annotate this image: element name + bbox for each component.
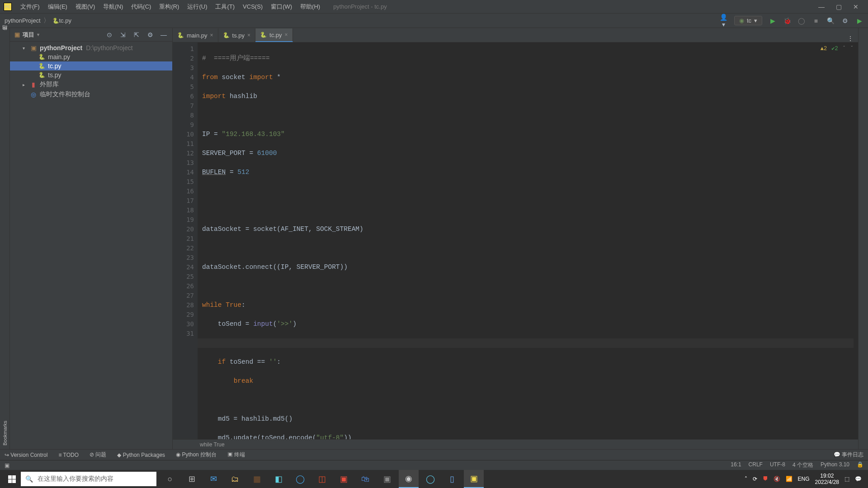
tray-ime-lang[interactable]: ENG (798, 476, 810, 482)
settings-button[interactable]: ⚙ (841, 17, 849, 24)
taskbar-cortana-icon[interactable]: ○ (160, 470, 180, 488)
add-user-icon[interactable]: 👤▾ (720, 14, 728, 28)
close-tab-icon[interactable]: × (210, 32, 213, 38)
panel-settings-icon[interactable]: ⚙ (146, 31, 154, 38)
start-button[interactable] (3, 470, 21, 488)
menu-view[interactable]: 视图(V) (71, 3, 99, 11)
status-encoding[interactable]: UTF-8 (770, 461, 785, 469)
taskbar-pycharm-icon[interactable]: ▣ (464, 470, 484, 488)
menu-vcs[interactable]: VCS(S) (239, 3, 267, 10)
tray-chevron-icon[interactable]: ˄ (745, 476, 747, 482)
python-file-icon: 🐍 (223, 32, 230, 38)
expand-chevron-icon[interactable]: ▾ (23, 46, 28, 51)
minimize-button[interactable]: — (817, 3, 826, 10)
taskbar-dev-icon[interactable]: ▣ (377, 470, 397, 488)
taskbar-steam-icon[interactable]: ◉ (399, 470, 419, 488)
taskbar-taskview-icon[interactable]: ⊞ (182, 470, 202, 488)
chevron-down-icon[interactable]: ▾ (37, 32, 39, 37)
tool-event-log[interactable]: 💬 事件日志 (834, 451, 863, 459)
tool-version-control[interactable]: ↪ Version Control (5, 452, 47, 458)
tab-ts[interactable]: 🐍 ts.py × (218, 28, 255, 42)
taskbar-office-icon[interactable]: ◫ (312, 470, 332, 488)
windows-logo-icon (8, 475, 16, 483)
editor-breadcrumb[interactable]: while True (173, 439, 858, 449)
status-interpreter[interactable]: Python 3.10 (821, 461, 849, 469)
tray-clock[interactable]: 19:02 2022/4/28 (815, 473, 839, 485)
status-cursor-pos[interactable]: 16:1 (731, 461, 741, 469)
tab-menu-icon[interactable]: ⋮ (843, 35, 858, 42)
tree-file-tc[interactable]: 🐍 tc.py (10, 61, 172, 70)
taskbar-mail-icon[interactable]: ✉ (203, 470, 223, 488)
tree-root[interactable]: ▾ ▣ pythonProject D:\pythonProject (10, 43, 172, 52)
menu-refactor[interactable]: 重构(R) (155, 3, 183, 11)
search-button[interactable]: 🔍 (826, 17, 835, 24)
menu-help[interactable]: 帮助(H) (296, 3, 324, 11)
tray-wifi-icon[interactable]: 📶 (786, 476, 793, 482)
taskbar-explorer-icon[interactable]: 🗂 (225, 470, 245, 488)
warning-icon[interactable]: ▲2 (821, 44, 827, 54)
taskbar-app2-icon[interactable]: ▣ (334, 470, 354, 488)
tool-terminal[interactable]: ▣ 终端 (227, 451, 245, 459)
prev-highlight-icon[interactable]: ˆ (843, 44, 846, 54)
breadcrumb-file[interactable]: tc.py (59, 17, 71, 24)
maximize-button[interactable]: ▢ (835, 3, 843, 10)
run-coverage-button[interactable]: ◯ (797, 17, 806, 24)
taskbar-edge-icon[interactable]: ◯ (290, 470, 310, 488)
taskbar-store-icon[interactable]: 🛍 (355, 470, 375, 488)
tab-tc[interactable]: 🐍 tc.py × (255, 28, 292, 42)
close-tab-icon[interactable]: × (285, 32, 288, 38)
tree-external-libs[interactable]: ▸ ▮ 外部库 (10, 80, 172, 89)
taskbar-search[interactable]: 🔍 在这里输入你要搜索的内容 (21, 472, 156, 486)
select-opened-file-icon[interactable]: ⊙ (105, 31, 113, 38)
code-area[interactable]: # ====用户端===== from socket import * impo… (198, 42, 858, 439)
menu-navigate[interactable]: 导航(N) (99, 3, 127, 11)
menu-tools[interactable]: 工具(T) (211, 3, 239, 11)
tool-todo[interactable]: ≡ TODO (58, 452, 79, 458)
weak-warning-icon[interactable]: ✔2 (831, 44, 838, 54)
tool-problems[interactable]: ⊘ 问题 (90, 451, 106, 459)
tray-sync-icon[interactable]: ⟳ (753, 476, 757, 482)
tray-action-center-icon[interactable]: 💬 (855, 476, 862, 482)
menu-edit[interactable]: 编辑(E) (44, 3, 71, 11)
run-button[interactable]: ▶ (769, 17, 777, 24)
collapse-all-icon[interactable]: ⇱ (132, 31, 141, 38)
expand-all-icon[interactable]: ⇲ (119, 31, 127, 38)
taskbar-minecraft-icon[interactable]: ▦ (247, 470, 267, 488)
debug-button[interactable]: 🐞 (783, 17, 791, 24)
status-line-sep[interactable]: CRLF (749, 461, 763, 469)
tray-security-icon[interactable]: ⛊ (763, 476, 768, 482)
tree-scratches[interactable]: ◎ 临时文件和控制台 (10, 89, 172, 99)
status-indent[interactable]: 4 个空格 (793, 461, 813, 469)
tool-python-packages[interactable]: ◆ Python Packages (117, 452, 165, 458)
hide-panel-icon[interactable]: — (160, 31, 168, 38)
menu-run[interactable]: 运行(U) (183, 3, 211, 11)
tool-python-console[interactable]: ◉ Python 控制台 (176, 451, 217, 459)
expand-chevron-icon[interactable]: ▸ (23, 82, 28, 87)
tree-file-main[interactable]: 🐍 main.py (10, 52, 172, 61)
tree-file-ts[interactable]: 🐍 ts.py (10, 70, 172, 80)
gutter[interactable]: 12345678910 11121314151617181920 2122232… (173, 42, 198, 439)
editor-body[interactable]: 12345678910 11121314151617181920 2122232… (173, 42, 858, 439)
close-tab-icon[interactable]: × (247, 32, 250, 38)
menu-code[interactable]: 代码(C) (127, 3, 155, 11)
tray-app-icon[interactable]: ⬚ (844, 476, 849, 482)
tray-volume-icon[interactable]: 🔇 (774, 476, 780, 482)
tab-main[interactable]: 🐍 main.py × (173, 28, 218, 42)
run-anything-button[interactable]: ▶ (855, 17, 863, 24)
project-tree[interactable]: ▾ ▣ pythonProject D:\pythonProject 🐍 mai… (10, 42, 172, 101)
next-highlight-icon[interactable]: ˇ (850, 44, 854, 54)
stop-button[interactable]: ■ (812, 17, 820, 24)
menu-window[interactable]: 窗口(W) (267, 3, 296, 11)
status-bar-icon[interactable]: ▣ (5, 462, 9, 469)
inspection-widget[interactable]: ▲2 ✔2 ˆ ˇ (821, 44, 854, 54)
close-window-button[interactable]: ✕ (852, 3, 860, 10)
taskbar-app3-icon[interactable]: ▯ (442, 470, 462, 488)
rail-tab-bookmarks[interactable]: Bookmarks (1, 417, 9, 449)
breadcrumb-project[interactable]: pythonProject (5, 17, 41, 24)
rail-tab-structure[interactable]: 结构 (0, 31, 9, 38)
taskbar-browser-icon[interactable]: ◯ (420, 470, 440, 488)
run-config-selector[interactable]: ◉ tc ▾ (734, 16, 762, 25)
menu-file[interactable]: 文件(F) (16, 3, 44, 11)
status-lock-icon[interactable]: 🔒 (857, 461, 863, 469)
taskbar-app1-icon[interactable]: ◧ (269, 470, 288, 488)
